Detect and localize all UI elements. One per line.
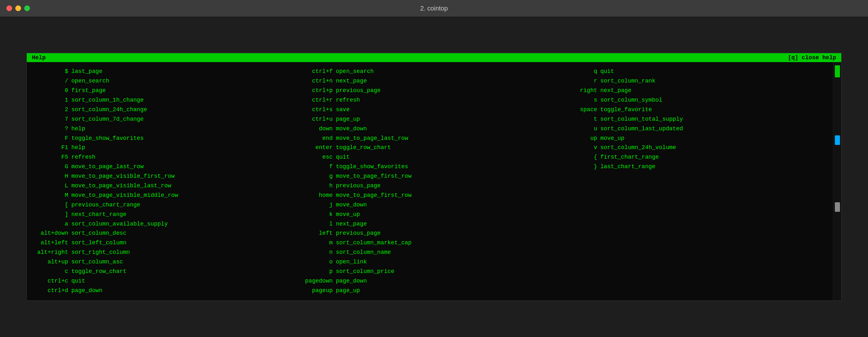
list-item: }last_chart_range bbox=[562, 163, 827, 171]
keybind-column-2: ctrl+fopen_search ctrl+nnext_page ctrl+p… bbox=[298, 67, 562, 295]
list-item: leftprevious_page bbox=[298, 229, 562, 238]
list-item: jmove_down bbox=[298, 201, 562, 210]
help-close-hint[interactable]: [q] close help bbox=[788, 55, 836, 61]
list-item: ctrl+ssave bbox=[298, 105, 562, 114]
scrollbar-thumb-blue[interactable] bbox=[835, 135, 840, 145]
list-item: ctoggle_row_chart bbox=[33, 267, 298, 276]
keybind-column-3: qquit rsort_column_rank rightnext_page s… bbox=[562, 67, 827, 295]
list-item: Ftoggle_show_favorites bbox=[33, 134, 298, 143]
list-item: upmove_up bbox=[562, 134, 827, 143]
list-item: ]next_chart_range bbox=[33, 210, 298, 219]
title-bar: 2. cointop bbox=[0, 0, 868, 16]
help-title: Help bbox=[32, 55, 45, 61]
scrollbar[interactable] bbox=[833, 62, 841, 300]
list-item: vsort_column_24h_volume bbox=[562, 143, 827, 152]
list-item: Mmove_to_page_visible_middle_row bbox=[33, 191, 298, 200]
close-button[interactable] bbox=[6, 5, 12, 11]
maximize-button[interactable] bbox=[24, 5, 30, 11]
list-item: homemove_to_page_first_row bbox=[298, 191, 562, 200]
list-item: entertoggle_row_chart bbox=[298, 143, 562, 152]
list-item: 0first_page bbox=[33, 86, 298, 95]
list-item: nsort_column_name bbox=[298, 248, 562, 257]
list-item: /open_search bbox=[33, 77, 298, 86]
help-panel: Help [q] close help $last_page /open_sea… bbox=[26, 53, 842, 301]
list-item: {first_chart_range bbox=[562, 153, 827, 162]
list-item: 7sort_column_7d_change bbox=[33, 115, 298, 124]
scrollbar-thumb-gray[interactable] bbox=[835, 202, 840, 212]
list-item: alt+downsort_column_desc bbox=[33, 229, 298, 238]
list-item: kmove_up bbox=[298, 210, 562, 219]
help-header: Help [q] close help bbox=[27, 53, 841, 62]
help-body: $last_page /open_search 0first_page 1sor… bbox=[27, 62, 833, 300]
list-item: Hmove_to_page_visible_first_row bbox=[33, 172, 298, 181]
list-item: F5refresh bbox=[33, 153, 298, 162]
list-item: alt+rightsort_right_column bbox=[33, 248, 298, 257]
list-item: pagedownpage_down bbox=[298, 277, 562, 286]
list-item: $last_page bbox=[33, 67, 298, 76]
list-item: hprevious_page bbox=[298, 181, 562, 191]
list-item: tsort_column_total_supply bbox=[562, 115, 827, 124]
list-item: ssort_column_symbol bbox=[562, 96, 827, 105]
list-item: ctrl+cquit bbox=[33, 277, 298, 286]
minimize-button[interactable] bbox=[15, 5, 21, 11]
list-item: alt+leftsort_left_column bbox=[33, 239, 298, 247]
window: 2. cointop Help [q] close help $last_pag… bbox=[0, 0, 868, 337]
list-item: lnext_page bbox=[298, 220, 562, 229]
list-item: oopen_link bbox=[298, 258, 562, 267]
list-item: ctrl+nnext_page bbox=[298, 77, 562, 86]
list-item: pageuppage_up bbox=[298, 287, 562, 295]
list-item: ctrl+dpage_down bbox=[33, 287, 298, 295]
list-item: asort_column_available_supply bbox=[33, 220, 298, 229]
list-item: ctrl+pprevious_page bbox=[298, 86, 562, 95]
list-item: escquit bbox=[298, 153, 562, 162]
list-item: usort_column_last_updated bbox=[562, 125, 827, 133]
window-controls bbox=[6, 5, 30, 11]
list-item: qquit bbox=[562, 67, 827, 76]
list-item: ftoggle_show_favorites bbox=[298, 163, 562, 171]
list-item: 1sort_column_1h_change bbox=[33, 96, 298, 105]
list-item: ctrl+upage_up bbox=[298, 115, 562, 124]
list-item: downmove_down bbox=[298, 125, 562, 133]
list-item: 2sort_column_24h_change bbox=[33, 105, 298, 114]
list-item: Lmove_to_page_visible_last_row bbox=[33, 181, 298, 191]
list-item: ctrl+fopen_search bbox=[298, 67, 562, 76]
list-item: [previous_chart_range bbox=[33, 201, 298, 210]
keybind-column-1: $last_page /open_search 0first_page 1sor… bbox=[33, 67, 298, 295]
scrollbar-thumb-green[interactable] bbox=[835, 65, 840, 77]
list-item: Gmove_to_page_last_row bbox=[33, 163, 298, 171]
list-item: spacetoggle_favorite bbox=[562, 105, 827, 114]
list-item: msort_column_market_cap bbox=[298, 239, 562, 247]
list-item: ?help bbox=[33, 125, 298, 133]
list-item: rsort_column_rank bbox=[562, 77, 827, 86]
list-item: alt+upsort_column_asc bbox=[33, 258, 298, 267]
list-item: gmove_to_page_first_row bbox=[298, 172, 562, 181]
window-title: 2. cointop bbox=[420, 5, 448, 12]
main-content: Help [q] close help $last_page /open_sea… bbox=[0, 16, 868, 337]
list-item: psort_column_price bbox=[298, 267, 562, 276]
list-item: rightnext_page bbox=[562, 86, 827, 95]
list-item: endmove_to_page_last_row bbox=[298, 134, 562, 143]
list-item: ctrl+rrefresh bbox=[298, 96, 562, 105]
list-item: F1help bbox=[33, 143, 298, 152]
